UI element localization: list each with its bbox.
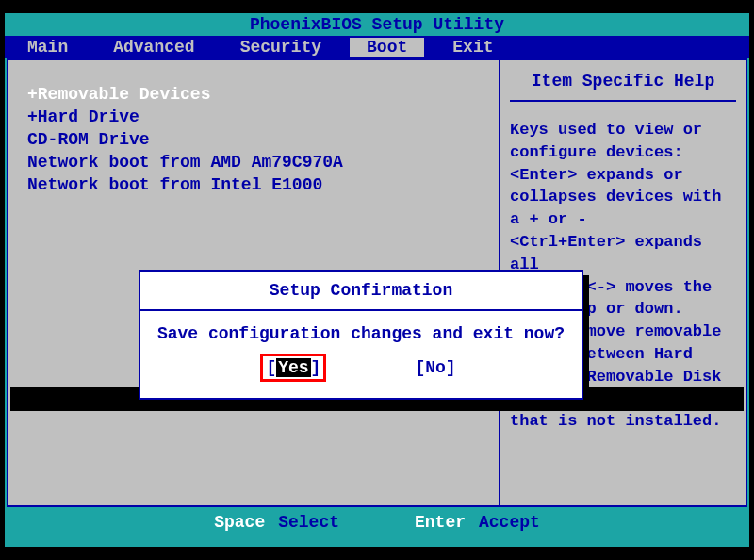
- no-button[interactable]: [No]: [415, 358, 455, 377]
- help-title: Item Specific Help: [510, 72, 736, 102]
- menu-boot[interactable]: Boot: [350, 38, 424, 57]
- menu-main[interactable]: Main: [5, 38, 90, 57]
- dialog-message: Save configuration changes and exit now?: [140, 324, 582, 343]
- dialog-title: Setup Confirmation: [140, 272, 582, 311]
- yes-button[interactable]: [Yes]: [266, 358, 320, 377]
- dialog-buttons: [Yes] [No]: [140, 343, 582, 390]
- footer-accept: Enter Accept: [415, 513, 540, 532]
- footer-select: Space Select: [214, 513, 339, 532]
- boot-item-network-intel[interactable]: Network boot from Intel E1000: [27, 173, 480, 196]
- footer-action-select: Select: [278, 513, 339, 532]
- footer-key-enter: Enter: [415, 513, 466, 532]
- bios-window: PhoenixBIOS Setup Utility Main Advanced …: [5, 13, 749, 547]
- boot-item-cdrom[interactable]: CD-ROM Drive: [27, 128, 480, 151]
- menu-advanced[interactable]: Advanced: [90, 38, 217, 57]
- menu-exit[interactable]: Exit: [430, 38, 516, 57]
- footer-bar: Space Select Enter Accept: [5, 507, 749, 537]
- app-title: PhoenixBIOS Setup Utility: [250, 15, 504, 34]
- menu-security[interactable]: Security: [218, 38, 344, 57]
- boot-item-network-amd[interactable]: Network boot from AMD Am79C970A: [27, 151, 480, 173]
- content-area: +Removable Devices +Hard Drive CD-ROM Dr…: [7, 58, 747, 507]
- footer-key-space: Space: [214, 513, 265, 532]
- footer-action-accept: Accept: [479, 513, 540, 532]
- boot-item-removable[interactable]: +Removable Devices: [27, 83, 480, 106]
- boot-item-hard-drive[interactable]: +Hard Drive: [27, 106, 480, 128]
- menu-bar: Main Advanced Security Boot Exit: [5, 36, 749, 58]
- dialog-body: Save configuration changes and exit now?…: [140, 311, 582, 398]
- title-bar: PhoenixBIOS Setup Utility: [5, 13, 749, 36]
- confirmation-dialog: Setup Confirmation Save configuration ch…: [139, 270, 583, 400]
